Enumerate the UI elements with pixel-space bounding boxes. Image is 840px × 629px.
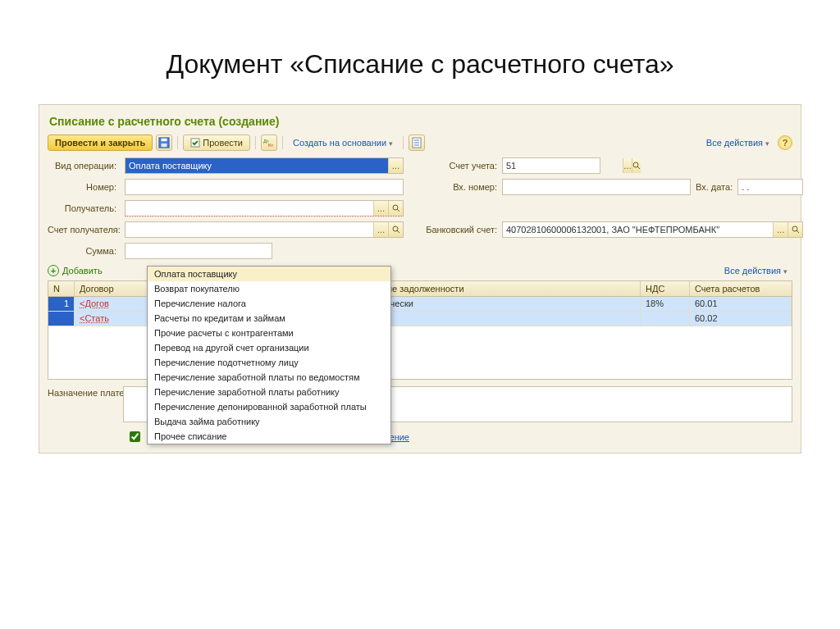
svg-line-17 (397, 230, 399, 233)
operation-input[interactable] (126, 158, 388, 173)
save-icon-button[interactable] (156, 134, 172, 151)
cell-account: 60.01 (690, 297, 792, 312)
amount-input[interactable] (126, 244, 272, 258)
in-date-label: Вх. дата: (696, 182, 733, 192)
confirmed-checkbox[interactable] (130, 431, 140, 442)
cell-vat: 18% (641, 297, 690, 312)
cell-account: 60.02 (690, 312, 792, 326)
recipient-account-label: Счет получателя: (48, 225, 121, 235)
dropdown-item[interactable]: Перевод на другой счет организации (148, 340, 390, 355)
in-number-label: Вх. номер: (423, 182, 497, 192)
dropdown-item[interactable]: Оплата поставщику (148, 267, 390, 281)
col-header-accounts[interactable]: Счета расчетов (690, 281, 792, 296)
dropdown-item[interactable]: Возврат покупателю (148, 281, 390, 296)
plus-icon: + (48, 265, 59, 276)
dropdown-item[interactable]: Перечисление налога (148, 296, 390, 311)
number-field[interactable] (125, 179, 404, 195)
slide-title: Документ «Списание с расчетного счета» (25, 49, 815, 80)
svg-line-19 (797, 230, 799, 233)
bank-account-select-button[interactable]: … (773, 222, 788, 237)
dropdown-item[interactable]: Выдача займа работнику (148, 414, 390, 429)
in-date-field[interactable] (737, 179, 803, 195)
in-number-field[interactable] (502, 179, 691, 195)
svg-line-15 (397, 209, 399, 212)
toolbar-separator (255, 136, 256, 149)
account-select-button[interactable]: … (623, 158, 632, 173)
help-button[interactable]: ? (778, 135, 792, 150)
svg-rect-1 (162, 139, 167, 142)
recipient-search-button[interactable] (388, 201, 403, 216)
bank-account-search-button[interactable] (788, 222, 802, 237)
recipient-select-button[interactable]: … (373, 201, 388, 216)
operation-field[interactable]: … (125, 157, 404, 174)
toolbar-separator (177, 136, 178, 149)
dropdown-item[interactable]: Перечисление подотчетному лицу (148, 355, 390, 370)
cell-n: 1 (48, 297, 75, 312)
form-title: Списание с расчетного счета (создание) (49, 115, 792, 128)
dropdown-item[interactable]: Расчеты по кредитам и займам (148, 311, 390, 326)
col-header-n[interactable]: N (48, 281, 75, 296)
toolbar: Провести и закрыть Провести ДтКт Создать… (48, 134, 792, 151)
dtkt-icon-button[interactable]: ДтКт (261, 134, 277, 151)
app-window: Списание с расчетного счета (создание) П… (39, 104, 801, 454)
payment-purpose-label: Назначение платежа: (48, 386, 118, 398)
form-fields: Вид операции: … Счет учета: … Номер: (48, 157, 792, 259)
amount-label: Сумма: (48, 246, 121, 256)
dropdown-item[interactable]: Перечисление депонированной заработной п… (148, 399, 390, 414)
post-button-label: Провести (203, 138, 243, 148)
add-row-label: Добавить (62, 266, 103, 276)
recipient-field[interactable]: … (125, 200, 404, 217)
svg-line-11 (637, 166, 640, 169)
dropdown-item[interactable]: Прочее списание (148, 429, 390, 444)
post-button[interactable]: Провести (183, 134, 250, 151)
recipient-label: Получатель: (48, 203, 121, 213)
cell-n (48, 312, 75, 326)
account-field[interactable]: … (502, 157, 600, 174)
operation-dropdown[interactable]: Оплата поставщику Возврат покупателю Пер… (147, 266, 391, 444)
recipient-account-input[interactable] (126, 222, 373, 237)
bank-account-label: Банковский счет: (423, 225, 497, 235)
operation-select-button[interactable]: … (388, 158, 403, 173)
amount-field[interactable] (125, 243, 272, 259)
cell-vat (641, 312, 690, 326)
dropdown-item[interactable]: Перечисление заработной платы по ведомос… (148, 370, 390, 385)
in-number-input[interactable] (503, 180, 690, 194)
dropdown-item[interactable]: Прочие расчеты с контрагентами (148, 326, 390, 340)
all-actions-button[interactable]: Все действия (701, 136, 774, 149)
dropdown-item[interactable]: Перечисление заработной платы работнику (148, 385, 390, 399)
col-header-vat[interactable]: НДС (641, 281, 690, 296)
toolbar-separator (403, 136, 404, 149)
recipient-input[interactable] (126, 201, 373, 216)
operation-label: Вид операции: (48, 161, 121, 171)
recipient-account-select-button[interactable]: … (373, 222, 388, 237)
account-input[interactable] (503, 158, 623, 173)
number-input[interactable] (126, 180, 403, 194)
account-search-button[interactable] (632, 158, 641, 173)
grid-all-actions-button[interactable]: Все действия (719, 264, 792, 277)
bank-account-field[interactable]: … (502, 221, 803, 238)
add-row-button[interactable]: + Добавить (48, 265, 103, 276)
create-based-on-button[interactable]: Создать на основании (288, 136, 398, 149)
in-date-input[interactable] (738, 180, 840, 194)
post-and-close-button[interactable]: Провести и закрыть (48, 134, 153, 151)
account-label: Счет учета: (423, 161, 497, 171)
svg-rect-2 (162, 144, 167, 147)
recipient-account-field[interactable]: … (125, 221, 404, 238)
svg-text:Кт: Кт (268, 143, 273, 148)
recipient-account-search-button[interactable] (388, 222, 403, 237)
number-label: Номер: (48, 182, 121, 192)
bank-account-input[interactable] (503, 222, 773, 237)
report-icon-button[interactable] (409, 134, 425, 151)
toolbar-separator (282, 136, 283, 149)
